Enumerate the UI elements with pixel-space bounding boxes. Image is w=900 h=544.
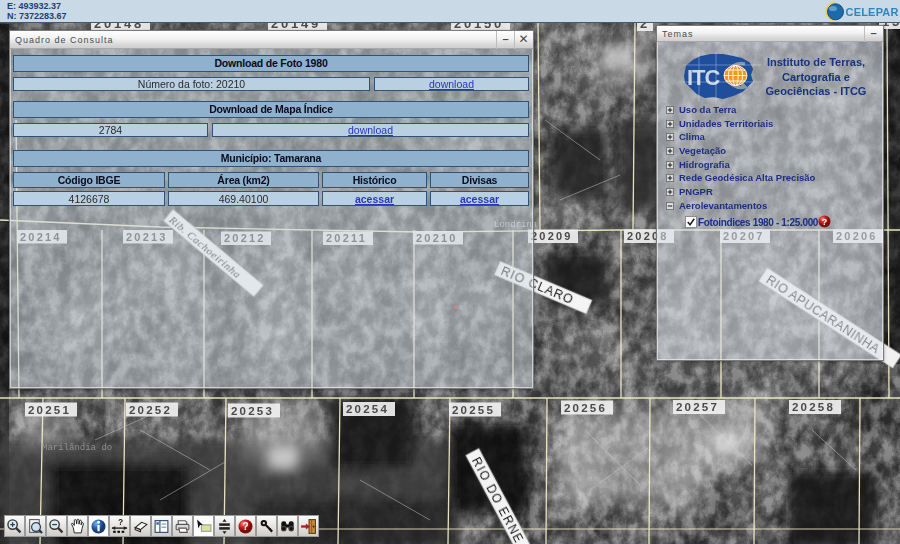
svg-text:20252: 20252 — [129, 404, 172, 416]
svg-text:20257: 20257 — [676, 401, 719, 413]
svg-text:ITC: ITC — [687, 65, 721, 90]
svg-text:?: ? — [242, 521, 248, 532]
svg-text:Marilândia do: Marilândia do — [42, 443, 112, 453]
svg-text:20255: 20255 — [452, 404, 495, 416]
svg-text:20256: 20256 — [564, 402, 607, 414]
svg-text:20253: 20253 — [231, 405, 274, 417]
svg-text:20254: 20254 — [346, 403, 389, 415]
svg-text:20209: 20209 — [531, 230, 573, 242]
svg-text:?: ? — [118, 518, 123, 527]
svg-text:20258: 20258 — [792, 401, 835, 413]
svg-text:CELEPAR: CELEPAR — [846, 6, 899, 18]
svg-text:?: ? — [822, 217, 828, 227]
svg-text:20251: 20251 — [28, 404, 71, 416]
